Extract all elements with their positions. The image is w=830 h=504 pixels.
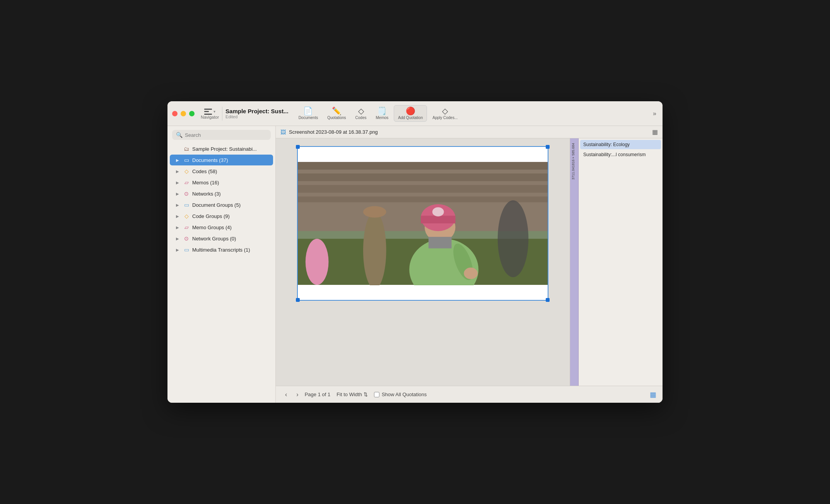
codes-icon: ◇ [358, 107, 364, 115]
docgroups-chevron: ▶ [176, 203, 181, 207]
selection-handle-bl[interactable] [296, 298, 300, 302]
svg-rect-3 [298, 174, 548, 181]
svg-rect-15 [429, 237, 452, 249]
quotation-sidebar-tag: 3711.041816×585.684 [570, 138, 579, 386]
search-bar[interactable]: 🔍 [172, 130, 271, 140]
svg-rect-13 [421, 216, 455, 223]
sidebar-item-project[interactable]: 🗂 Sample Project: Sustainabi... [170, 143, 273, 154]
document-image [298, 162, 548, 285]
sidebar-item-documents[interactable]: ▶ ▭ Documents (37) [170, 155, 273, 165]
fit-width-label: Fit to Width [336, 392, 362, 397]
app-window: ▾ Navigator Sample Project: Sust... Edit… [167, 101, 663, 403]
project-label: Sample Project: Sustainabi... [192, 146, 268, 152]
navigator-label: Navigator [201, 115, 219, 119]
selection-handle-tl[interactable] [296, 145, 300, 149]
next-page-button[interactable]: › [293, 390, 301, 400]
codes-chevron: ▶ [176, 169, 181, 174]
quotation-item-consumerism[interactable]: Sustainability:...l consumerism [580, 150, 661, 159]
minimize-button[interactable] [181, 111, 186, 116]
transcripts-icon: ▭ [183, 247, 190, 253]
svg-point-18 [498, 200, 529, 277]
networks-icon: ⊙ [183, 191, 190, 197]
svg-point-7 [363, 212, 386, 285]
sidebar-item-multimedia-transcripts[interactable]: ▶ ▭ Multimedia Transcripts (1) [170, 244, 273, 255]
documents-button[interactable]: 📄 Documents [295, 106, 322, 121]
sidebar-item-networks[interactable]: ▶ ⊙ Networks (3) [170, 188, 273, 199]
codes-label: Codes (58) [192, 169, 268, 174]
fit-width-button[interactable]: Fit to Width ⇅ [333, 390, 371, 399]
search-icon: 🔍 [176, 132, 183, 138]
quotation-list: Sustainability: Ecology Sustainability:.… [579, 138, 663, 386]
doc-canvas[interactable] [276, 138, 570, 386]
apply-codes-label: Apply Codes... [432, 116, 458, 120]
apply-codes-button[interactable]: ◇ Apply Codes... [429, 106, 461, 121]
sidebar-items: 🗂 Sample Project: Sustainabi... ▶ ▭ Docu… [167, 143, 275, 403]
codegroups-chevron: ▶ [176, 214, 181, 218]
sidebar-item-memo-groups[interactable]: ▶ ▱ Memo Groups (4) [170, 222, 273, 233]
traffic-lights [172, 111, 195, 116]
selection-handle-br[interactable] [546, 298, 550, 302]
toolbar-actions: 📄 Documents ✏️ Quotations ◇ Codes 🗒️ Mem… [295, 105, 658, 122]
svg-point-9 [306, 239, 329, 285]
sidebar-item-code-groups[interactable]: ▶ ◇ Code Groups (9) [170, 211, 273, 221]
doc-body: 3711.041816×585.684 Sustainability: Ecol… [276, 138, 663, 386]
close-button[interactable] [172, 111, 178, 116]
doc-filename: Screenshot 2023-08-09 at 16.38.37.png [289, 129, 649, 135]
codes-label: Codes [355, 116, 367, 120]
documents-icon: 📄 [303, 107, 313, 115]
sidebar-item-codes[interactable]: ▶ ◇ Codes (58) [170, 166, 273, 177]
svg-rect-2 [298, 162, 548, 170]
documents-label: Documents (37) [192, 157, 268, 163]
netgroups-label: Network Groups (0) [192, 236, 268, 242]
doc-page [297, 146, 548, 301]
navigator-icon [204, 109, 212, 115]
fit-width-arrows-icon: ⇅ [364, 392, 368, 397]
quotations-content: 3711.041816×585.684 Sustainability: Ecol… [570, 138, 663, 386]
memos-label: Memos [376, 116, 388, 120]
layout-toggle-icon[interactable]: ▦ [652, 128, 658, 136]
svg-rect-4 [298, 185, 548, 193]
svg-point-14 [432, 207, 444, 216]
sidebar-item-document-groups[interactable]: ▶ ▭ Document Groups (5) [170, 199, 273, 210]
transcripts-chevron: ▶ [176, 248, 181, 252]
show-quotations-label: Show All Quotations [382, 392, 427, 397]
quotations-button[interactable]: ✏️ Quotations [323, 106, 350, 121]
transcripts-label: Multimedia Transcripts (1) [192, 247, 268, 253]
quotation-item-ecology[interactable]: Sustainability: Ecology [580, 140, 661, 149]
codegroups-icon: ◇ [183, 213, 190, 219]
sidebar-item-network-groups[interactable]: ▶ ⊙ Network Groups (0) [170, 233, 273, 244]
doc-viewer: 🖼 Screenshot 2023-08-09 at 16.38.37.png … [276, 126, 663, 403]
search-input[interactable] [185, 132, 267, 138]
toolbar: ▾ Navigator Sample Project: Sust... Edit… [167, 101, 663, 126]
main-content: 🔍 🗂 Sample Project: Sustainabi... ▶ ▭ Do… [167, 126, 663, 403]
documents-chevron: ▶ [176, 158, 181, 162]
sidebar-item-memos[interactable]: ▶ ▱ Memos (16) [170, 177, 273, 188]
project-title: Sample Project: Sust... [225, 108, 289, 114]
doc-file-icon: 🖼 [280, 129, 286, 135]
memogroups-chevron: ▶ [176, 225, 181, 230]
memos-label: Memos (16) [192, 180, 268, 186]
networks-chevron: ▶ [176, 192, 181, 196]
bottom-bar: ‹ › Page 1 of 1 Fit to Width ⇅ Show All … [276, 386, 663, 403]
fullscreen-button[interactable] [189, 111, 195, 116]
layout-columns-icon[interactable]: ▦ [650, 390, 656, 399]
toolbar-divider [222, 107, 222, 121]
codes-icon: ◇ [183, 168, 190, 174]
project-info: Sample Project: Sust... Edited [225, 108, 289, 119]
add-quotation-button[interactable]: 🔴 Add Quotation [394, 105, 427, 122]
show-quotations-checkbox[interactable] [374, 392, 379, 397]
codegroups-label: Code Groups (9) [192, 213, 268, 219]
docgroups-label: Document Groups (5) [192, 202, 268, 208]
svg-point-8 [363, 206, 386, 218]
project-icon: 🗂 [183, 146, 190, 152]
codes-button[interactable]: ◇ Codes [352, 106, 371, 121]
quotations-panel: 3711.041816×585.684 Sustainability: Ecol… [570, 138, 663, 386]
memos-button[interactable]: 🗒️ Memos [372, 106, 392, 121]
selection-handle-tr[interactable] [546, 145, 550, 149]
navigator-section: ▾ Navigator [201, 106, 219, 121]
memogroups-icon: ▱ [183, 224, 190, 230]
memos-icon: 🗒️ [377, 107, 387, 115]
prev-page-button[interactable]: ‹ [282, 390, 290, 400]
documents-icon: ▭ [183, 157, 190, 163]
more-button[interactable]: » [651, 109, 658, 119]
